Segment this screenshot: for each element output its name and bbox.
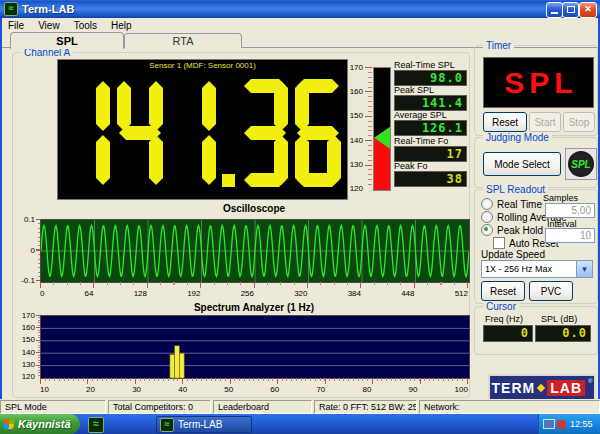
spectrum-plot [40,315,470,379]
status-mode: SPL Mode [0,400,106,414]
tray-status-icon[interactable] [557,420,566,429]
readout-realtime-fo: Real-Time Fo 17 [394,136,467,162]
menu-tools[interactable]: Tools [68,20,103,31]
restore-button[interactable] [562,2,579,18]
spl-main-value [58,75,347,189]
status-leaderboard: Leaderboard [213,400,312,414]
cursor-freq-label: Freq (Hz) [485,314,523,324]
window-frame-left [0,18,2,414]
logo-registered-mark: ® [588,378,592,384]
readout-realtime-spl: Real-Time SPL 98.0 [394,60,467,86]
spectrum-title: Spectrum Analyzer (1 Hz) [40,302,468,313]
spectrum-y-labels: 170160150140130120 [15,311,35,381]
oscilloscope-title: Oscilloscope [40,203,468,214]
radio-icon [481,211,493,223]
readout-label: Peak Fo [394,161,467,171]
spl-main-display: Sensor 1 (MDF: Sensor 0001) [57,59,348,200]
readout-led-display: 17 [394,146,467,162]
radio-label: Real Time [497,199,542,210]
timer-label: Timer [483,40,514,51]
oscilloscope-x-labels: 064128192256320384448512 [40,289,468,298]
cursor-spl-display: 0.0 [535,325,591,342]
start-button[interactable]: Käynnistä [0,414,80,434]
readout-average-spl: Average SPL 126.1 [394,110,467,136]
status-rate: Rate: 0 FFT: 512 BW: 256 Hz [314,400,417,414]
readout-peak-fo: Peak Fo 38 [394,161,467,187]
spectrum-x-ticks [40,378,468,384]
task-label: Term-LAB [178,419,222,430]
start-button-label: Käynnistä [18,418,71,430]
radio-icon [481,198,493,210]
channel-a-group: Channel A Sensor 1 (MDF: Sensor 0001) 17… [12,52,470,398]
timer-display: SPL [483,57,594,108]
chevron-down-icon[interactable]: ▼ [576,261,592,277]
minimize-button[interactable] [546,2,563,18]
spl-readout-label: SPL Readout [483,184,548,195]
spl-readout-reset-button[interactable]: Reset [481,281,525,301]
menu-bar: File View Tools Help [2,18,598,32]
judging-mode-group: Judging Mode Mode Select SPL [474,137,598,188]
spl-level-meter [373,67,391,191]
spl-logo: SPL [565,148,597,180]
radio-label: Peak Hold [497,225,543,236]
samples-label: Samples [543,193,578,203]
timer-reset-button[interactable]: Reset [483,112,527,132]
readout-led-display: 98.0 [394,70,467,86]
readout-label: Average SPL [394,110,467,120]
radio-selected-icon [481,224,493,236]
judging-mode-label: Judging Mode [483,132,552,143]
tray-display-icon[interactable] [543,419,555,429]
cursor-group: Cursor Freq (Hz) SPL (dB) 0 0.0 [474,306,598,355]
tab-spl[interactable]: SPL [10,32,124,49]
system-tray: 12:55 [538,414,600,434]
menu-help[interactable]: Help [105,20,138,31]
sensor-label: Sensor 1 (MDF: Sensor 0001) [58,60,347,71]
update-speed-label: Update Speed [481,249,545,260]
mode-select-button[interactable]: Mode Select [483,152,561,176]
update-speed-combo[interactable]: 1X - 256 Hz Max ▼ [481,260,593,278]
menu-view[interactable]: View [32,20,66,31]
status-network: Network: [419,400,600,414]
readout-label: Real-Time Fo [394,136,467,146]
radio-real-time[interactable]: Real Time [481,198,542,210]
meter-scale-labels: 170160150140130120 [339,63,363,193]
window-title: Term-LAB [22,3,74,15]
termlab-window: ≈ Term-LAB ✕ File View Tools Help SPL RT… [0,0,600,434]
readout-led-display: 38 [394,171,467,187]
termlab-brand-logo: TERM LAB ® [488,374,596,401]
meter-tick-marks [365,67,372,189]
readout-peak-spl: Peak SPL 141.4 [394,85,467,111]
title-bar: ≈ Term-LAB ✕ [0,0,600,18]
interval-field[interactable]: 10 [545,228,595,243]
radio-peak-hold[interactable]: Peak Hold [481,224,543,236]
menu-file[interactable]: File [2,20,30,31]
status-competitors: Total Competitors: 0 [108,400,211,414]
timer-start-button[interactable]: Start [529,112,561,132]
pvc-button[interactable]: PVC [529,281,573,301]
termlab-icon: ≈ [160,418,174,432]
readout-led-display: 141.4 [394,95,467,111]
status-bar: SPL Mode Total Competitors: 0 Leaderboar… [0,399,600,414]
restore-icon [567,6,575,13]
quicklaunch-termlab-icon[interactable]: ≈ [88,417,104,433]
readout-label: Peak SPL [394,85,467,95]
close-button[interactable]: ✕ [579,2,597,18]
readout-label: Real-Time SPL [394,60,467,70]
taskbar-task-termlab[interactable]: ≈ Term-LAB [156,416,252,433]
spectrum-x-labels: 102030405060708090100 [40,385,468,394]
timer-stop-button[interactable]: Stop [563,112,595,132]
spl-readout-group: SPL Readout Real Time Rolling Average Pe… [474,189,598,304]
cursor-freq-display: 0 [483,325,533,342]
tab-rta[interactable]: RTA [124,33,242,48]
tray-clock: 12:55 [570,419,593,429]
oscilloscope-y-labels: 0.10-0.1 [15,215,35,285]
logo-lab-text: LAB [547,380,585,396]
app-icon[interactable]: ≈ [4,2,18,16]
spl-logo-text: SPL [568,151,594,177]
update-speed-value: 1X - 256 Hz Max [482,264,576,274]
oscilloscope-plot [40,219,470,283]
logo-term-text: TERM [492,380,536,396]
samples-field[interactable]: 5,00 [545,203,595,218]
minimize-icon [551,12,558,14]
logo-diamond-icon [537,383,545,391]
